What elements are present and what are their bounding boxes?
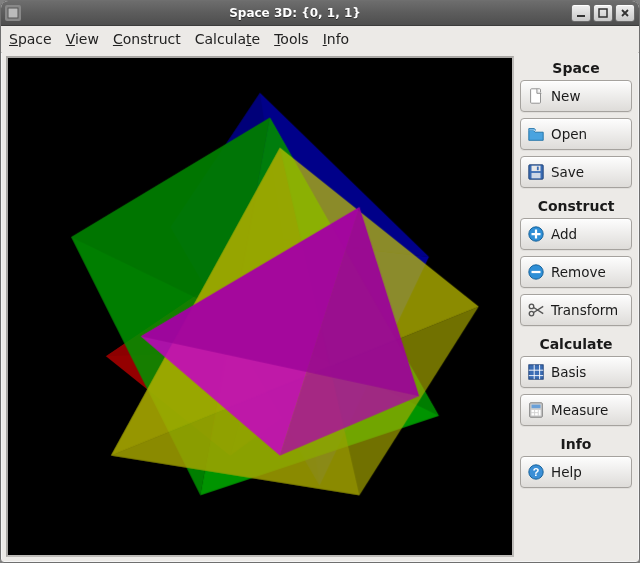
window-title: Space 3D: {0, 1, 1} [21, 6, 569, 20]
help-button-label: Help [551, 464, 582, 480]
menu-view[interactable]: View [66, 31, 99, 47]
svg-rect-0 [8, 8, 18, 18]
section-title-construct: Construct [520, 194, 632, 218]
transform-button[interactable]: Transform [520, 294, 632, 326]
close-button[interactable] [615, 4, 635, 22]
titlebar[interactable]: Space 3D: {0, 1, 1} [1, 1, 639, 26]
svg-rect-29 [532, 405, 541, 409]
save-icon [527, 163, 545, 181]
svg-rect-33 [532, 413, 535, 415]
new-button[interactable]: New [520, 80, 632, 112]
minimize-icon [576, 8, 586, 18]
menu-space[interactable]: Space [9, 31, 52, 47]
svg-rect-27 [529, 365, 543, 379]
application-window: Space 3D: {0, 1, 1} SpaceViewConstructCa… [0, 0, 640, 563]
remove-button-label: Remove [551, 264, 606, 280]
new-button-label: New [551, 88, 580, 104]
svg-rect-32 [539, 410, 541, 415]
scissors-icon [527, 301, 545, 319]
add-button[interactable]: Add [520, 218, 632, 250]
transform-button-label: Transform [551, 302, 618, 318]
menu-tools[interactable]: Tools [274, 31, 309, 47]
svg-rect-21 [532, 173, 541, 178]
svg-point-25 [529, 304, 534, 309]
section-title-info: Info [520, 432, 632, 456]
scene-render [8, 58, 512, 555]
svg-text:?: ? [533, 466, 540, 478]
basis-button[interactable]: Basis [520, 356, 632, 388]
app-icon [5, 5, 21, 21]
save-button[interactable]: Save [520, 156, 632, 188]
folder-open-icon [527, 125, 545, 143]
svg-rect-22 [537, 167, 539, 171]
svg-rect-30 [532, 410, 535, 412]
close-icon [620, 8, 630, 18]
basis-button-label: Basis [551, 364, 586, 380]
help-button[interactable]: ?Help [520, 456, 632, 488]
measure-button-label: Measure [551, 402, 608, 418]
menu-construct[interactable]: Construct [113, 31, 181, 47]
svg-rect-34 [535, 413, 538, 415]
file-new-icon [527, 87, 545, 105]
maximize-icon [598, 8, 608, 18]
viewport-3d[interactable] [6, 56, 514, 557]
save-button-label: Save [551, 164, 584, 180]
minimize-button[interactable] [571, 4, 591, 22]
add-button-label: Add [551, 226, 577, 242]
grid-icon [527, 363, 545, 381]
calculator-icon [527, 401, 545, 419]
section-title-calculate: Calculate [520, 332, 632, 356]
open-button-label: Open [551, 126, 587, 142]
sidebar: SpaceNewOpenSaveConstructAddRemoveTransf… [518, 52, 638, 561]
svg-rect-2 [599, 9, 607, 17]
maximize-button[interactable] [593, 4, 613, 22]
svg-point-26 [529, 311, 534, 316]
menu-info[interactable]: Info [323, 31, 350, 47]
measure-button[interactable]: Measure [520, 394, 632, 426]
svg-rect-1 [577, 15, 585, 17]
help-icon: ? [527, 463, 545, 481]
section-title-space: Space [520, 56, 632, 80]
open-button[interactable]: Open [520, 118, 632, 150]
plus-icon [527, 225, 545, 243]
svg-rect-20 [532, 166, 541, 171]
menubar: SpaceViewConstructCalculateToolsInfo [1, 26, 639, 53]
minus-icon [527, 263, 545, 281]
menu-calculate[interactable]: Calculate [195, 31, 260, 47]
svg-rect-31 [535, 410, 538, 412]
remove-button[interactable]: Remove [520, 256, 632, 288]
